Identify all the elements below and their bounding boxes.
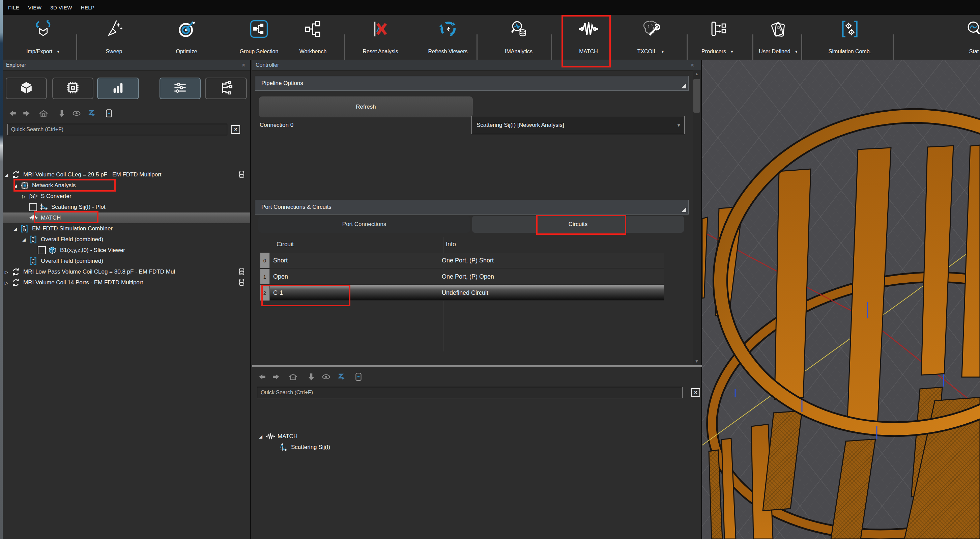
forward-arrow-icon[interactable] — [272, 372, 281, 381]
chevron-down-icon[interactable]: ▼ — [730, 49, 734, 54]
tree-item-em-fdtd-combiner[interactable]: ◢ EM-FDTD Simulation Combiner — [3, 223, 250, 234]
tree-item-mri-14-ports[interactable]: ▷ MRI Volume Coil 14 Ports - EM FDTD Mul… — [3, 277, 250, 288]
controller-search-clear-button[interactable]: × — [691, 388, 700, 397]
connection-dropdown[interactable]: Scattering Sij(f) [Network Analysis] ▼ — [471, 116, 684, 134]
explorer-search-input[interactable] — [8, 124, 227, 135]
tree-item-overall-field-2[interactable]: Overall Field (combined) — [3, 256, 250, 267]
toolbar-refresh-viewers-button[interactable]: Refresh Viewers — [417, 16, 478, 59]
home-icon[interactable] — [289, 372, 298, 381]
scroll-up-icon[interactable]: ▲ — [693, 72, 701, 76]
menu-3d-view[interactable]: 3D VIEW — [50, 5, 72, 10]
view-button-analysis[interactable] — [97, 78, 139, 99]
toolbar-imanalytics-label: IMAnalytics — [505, 49, 533, 55]
collapse-all-icon[interactable] — [105, 109, 113, 118]
port-connections-section-header[interactable]: Port Connections & Circuits — [255, 200, 689, 215]
expander-icon[interactable]: ▷ — [5, 280, 11, 285]
database-icon — [239, 171, 245, 180]
zoom-to-icon[interactable] — [88, 109, 97, 118]
column-header-circuit[interactable]: Circuit — [277, 241, 294, 248]
expander-icon[interactable]: ◢ — [259, 434, 266, 439]
table-row-open[interactable]: 1 Open One Port, (P) Open — [260, 269, 664, 285]
toolbar-simulation-comb-button[interactable]: Simulation Comb. — [811, 16, 889, 59]
pipeline-options-section-header[interactable]: Pipeline Options — [255, 76, 689, 91]
expander-icon[interactable]: ◢ — [5, 172, 11, 177]
close-icon[interactable]: × — [239, 61, 248, 69]
tree-item-network-analysis[interactable]: ◢ Network Analysis — [3, 180, 250, 191]
view-button-simulations[interactable] — [52, 78, 94, 99]
chevron-down-icon[interactable]: ▼ — [661, 49, 664, 54]
tree-item-mri-low-pass[interactable]: ▷ MRI Low Pass Volume Coil CLeg = 30.8 p… — [3, 267, 250, 277]
view-button-geometry[interactable] — [6, 78, 47, 99]
zoom-to-icon[interactable] — [337, 372, 346, 381]
toolbar-group-selection-button[interactable]: Group Selection — [230, 16, 288, 59]
tab-circuits-label: Circuits — [569, 221, 588, 228]
tree-item-match[interactable]: MATCH — [3, 213, 250, 223]
toolbar-sweep-button[interactable]: Sweep — [91, 16, 138, 59]
explorer-search-clear-button[interactable]: × — [231, 125, 240, 134]
table-row-short[interactable]: 0 Short One Port, (P) Short — [260, 253, 664, 269]
chevron-down-icon[interactable]: ▼ — [794, 49, 798, 54]
tab-port-connections[interactable]: Port Connections — [258, 216, 470, 233]
tree-item-s-converter[interactable]: ▷ [S] S Converter — [3, 191, 250, 202]
expander-icon[interactable]: ◢ — [13, 183, 20, 188]
toolbar-txcoil-button[interactable]: TXCOIL▼ — [625, 16, 676, 59]
menu-file[interactable]: FILE — [8, 5, 19, 10]
toolbar-group-selection-label: Group Selection — [240, 49, 278, 55]
visibility-checkbox[interactable] — [29, 203, 37, 211]
menu-help[interactable]: HELP — [81, 5, 95, 10]
controller-search-input[interactable] — [257, 387, 682, 398]
output-tree-item-match[interactable]: ◢ MATCH — [252, 431, 701, 442]
eye-icon[interactable] — [72, 109, 81, 118]
s-converter-icon: [S] — [29, 192, 38, 200]
table-row-c1[interactable]: 2 C-1 Undefined Circuit — [260, 285, 664, 301]
controller-panel: Controller × Pipeline Options Refresh Co… — [252, 60, 702, 539]
expander-icon[interactable]: ▷ — [5, 269, 11, 275]
reset-analysis-icon — [370, 18, 391, 40]
expander-icon[interactable]: ◢ — [13, 226, 20, 231]
tab-circuits[interactable]: Circuits — [472, 216, 684, 233]
splitter-handle[interactable] — [252, 365, 702, 367]
down-arrow-icon[interactable] — [57, 109, 66, 118]
tree-item-label: Overall Field (combined) — [38, 258, 103, 264]
scroll-down-icon[interactable]: ▼ — [693, 359, 701, 364]
tree-item-overall-field-1[interactable]: ◢ Overall Field (combined) — [3, 234, 250, 245]
toolbar-optimize-button[interactable]: Optimize — [163, 16, 210, 59]
forward-arrow-icon[interactable] — [22, 109, 31, 118]
close-icon[interactable]: × — [688, 61, 697, 69]
controller-scrollbar[interactable]: ▲ ▼ — [693, 70, 701, 365]
pipeline-options-label: Pipeline Options — [255, 80, 303, 87]
view-button-controller[interactable] — [159, 78, 200, 99]
scrollbar-thumb[interactable] — [694, 79, 700, 113]
expander-icon[interactable]: ◢ — [22, 237, 29, 242]
output-tree-item-scattering[interactable]: Scattering Sij(f) — [252, 442, 701, 453]
down-arrow-icon[interactable] — [307, 372, 316, 381]
toolbar-imp-export-button[interactable]: Imp/Export▼ — [14, 16, 72, 59]
back-arrow-icon[interactable] — [258, 372, 266, 381]
toolbar-user-defined-label: User Defined — [759, 49, 790, 55]
explorer-tree: ◢ MRI Volume Coil CLeg = 29.5 pF - EM FD… — [3, 169, 250, 288]
back-arrow-icon[interactable] — [8, 109, 17, 118]
viewport-3d[interactable] — [702, 60, 980, 539]
toolbar-imanalytics-button[interactable]: IMAnalytics — [492, 16, 546, 59]
toolbar-reset-analysis-button[interactable]: Reset Analysis — [352, 16, 409, 59]
eye-icon[interactable] — [322, 372, 331, 381]
toolbar-workbench-button[interactable]: Workbench — [288, 16, 338, 59]
toolbar-producers-button[interactable]: Producers▼ — [689, 16, 746, 59]
tree-item-b1-slice-viewer[interactable]: B1(x,y,z,f0) - Slice Viewer — [3, 245, 250, 256]
tree-item-mri-volume-coil[interactable]: ◢ MRI Volume Coil CLeg = 29.5 pF - EM FD… — [3, 169, 250, 180]
column-header-info[interactable]: Info — [446, 241, 456, 248]
tree-item-scattering-plot[interactable]: Scattering Sij(f) - Plot — [3, 202, 250, 213]
toolbar-stat-button[interactable]: Stat — [950, 16, 980, 59]
refresh-button[interactable]: Refresh — [259, 97, 473, 118]
toolbar-simulation-comb-label: Simulation Comb. — [829, 49, 871, 55]
toolbar-match-button[interactable]: MATCH — [566, 16, 610, 59]
visibility-checkbox[interactable] — [38, 246, 46, 254]
menu-view[interactable]: VIEW — [28, 5, 41, 10]
chevron-down-icon[interactable]: ▼ — [56, 49, 60, 54]
tree-item-label: MRI Low Pass Volume Coil CLeg = 30.8 pF … — [21, 269, 175, 275]
home-icon[interactable] — [39, 109, 48, 118]
expander-icon[interactable]: ▷ — [22, 194, 29, 199]
toolbar-user-defined-button[interactable]: User Defined▼ — [747, 16, 810, 59]
view-button-hierarchy[interactable] — [205, 78, 247, 99]
collapse-all-icon[interactable] — [354, 372, 363, 381]
